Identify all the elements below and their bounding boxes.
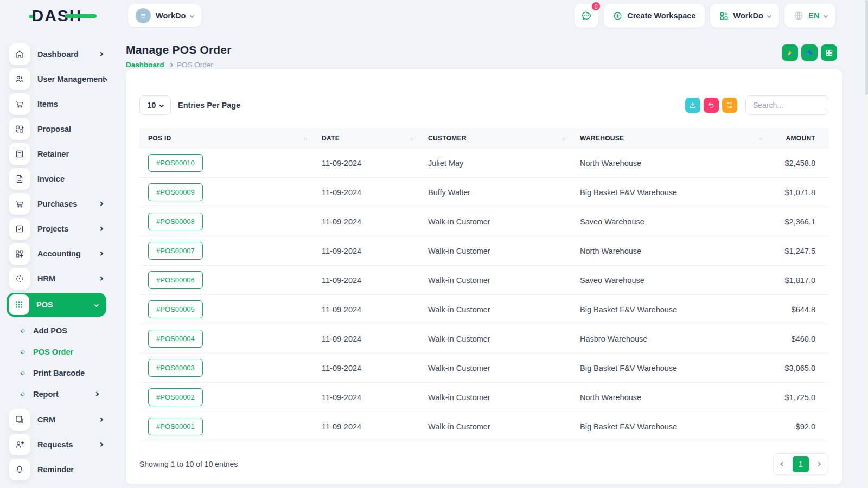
bell-icon [9,459,30,480]
sidebar-item-items[interactable]: Items [9,93,114,115]
warehouse-name: Saveo Warehouse [571,217,769,226]
warehouse-name: Big Basket F&V Warehouse [571,364,769,373]
sidebar-subitem-print-barcode[interactable]: Print Barcode [9,362,114,383]
sidebar-item-hrm[interactable]: HRM [9,268,114,290]
pos-order-card: 10 Entries Per Page [126,69,842,484]
page-number-button[interactable]: 1 [793,456,809,472]
users-icon [9,68,30,90]
chevron-right-icon [98,252,103,256]
pos-id-button[interactable]: #POS00008 [148,213,203,230]
sidebar-subitem-add-pos[interactable]: Add POS [9,320,114,341]
customer-name: Walk-in Customer [419,364,571,373]
customer-name: Juliet May [419,159,571,168]
chevron-right-icon [94,392,98,396]
onedrive-icon [805,48,814,57]
sidebar-item-invoice[interactable]: Invoice [9,168,114,190]
scrollbar-thumb[interactable] [865,0,868,95]
table-row: #POS00003 11-09-2024 Walk-in Customer Bi… [139,354,828,383]
pos-id-button[interactable]: #POS00007 [148,242,203,260]
sidebar-item-reminder[interactable]: Reminder [9,459,114,480]
pos-id-button[interactable]: #POS00010 [148,154,203,172]
pos-id-button[interactable]: #POS00004 [148,330,203,348]
pos-id-button[interactable]: #POS00006 [148,271,203,289]
sidebar-item-accounting[interactable]: Accounting [9,243,114,265]
pos-id-button[interactable]: #POS00001 [148,418,203,435]
customer-name: Buffy Walter [419,188,571,197]
user-plus-icon [9,434,30,455]
dots-grid-icon [9,294,29,315]
sidebar-item-proposal[interactable]: Proposal [9,118,114,140]
sidebar-item-requests[interactable]: Requests [9,434,114,455]
chevron-right-icon [98,442,103,447]
language-selector[interactable]: EN [784,4,835,28]
reset-button[interactable] [704,98,719,113]
google-drive-button[interactable] [782,44,798,61]
sidebar-item-projects[interactable]: Projects [9,218,114,240]
column-header-pos-id[interactable]: POS ID↑↓ [139,134,313,142]
order-date: 11-09-2024 [313,276,419,285]
chevron-right-icon [98,418,103,422]
app-logo[interactable]: DASH [31,7,82,25]
table-row: #POS00007 11-09-2024 Walk-in Customer No… [139,236,828,266]
next-page-button[interactable] [812,456,826,472]
target-icon [9,268,30,290]
pos-id-button[interactable]: #POS00002 [148,388,203,406]
table-body: #POS00010 11-09-2024 Juliet May North Wa… [139,149,828,441]
order-amount: $1,817.0 [769,276,828,285]
table-row: #POS00009 11-09-2024 Buffy Walter Big Ba… [139,178,828,207]
sidebar-subitem-report[interactable]: Report [9,383,114,404]
sort-icon: ↑↓ [759,136,762,142]
workspace-dropdown-label: WorkDo [733,11,763,20]
customer-name: Walk-in Customer [419,276,571,285]
onedrive-button[interactable] [801,44,818,61]
search-input[interactable] [745,95,828,115]
workspace-dropdown[interactable]: WorkDo [710,4,780,28]
order-date: 11-09-2024 [313,422,419,431]
sort-icon: ↑↓ [561,136,565,142]
order-amount: $92.0 [769,422,828,431]
page-size-select[interactable]: 10 [139,95,171,115]
customer-name: Walk-in Customer [419,393,571,402]
refresh-icon [726,101,733,109]
home-icon [9,43,30,65]
chevron-right-icon [98,277,103,281]
sidebar-item-dashboard[interactable]: Dashboard [9,43,114,65]
sidebar-item-purchases[interactable]: Purchases [9,193,114,215]
pos-id-button[interactable]: #POS00009 [148,183,203,201]
sidebar-subitem-pos-order[interactable]: POS Order [9,341,114,362]
sidebar-item-crm[interactable]: CRM [9,409,114,431]
column-header-amount[interactable]: AMOUNT [769,134,828,142]
page-scrollbar[interactable] [865,0,868,488]
pos-id-button[interactable]: #POS00005 [148,300,203,318]
pos-id-button[interactable]: #POS00003 [148,359,203,377]
previous-page-button[interactable] [776,456,790,472]
google-drive-icon [786,48,794,57]
workspace-avatar [136,8,151,23]
column-header-warehouse[interactable]: WAREHOUSE↑↓ [571,134,769,142]
warehouse-name: Big Basket F&V Warehouse [571,188,769,197]
chevron-right-icon [98,52,103,56]
sidebar-item-pos[interactable]: POS [7,293,106,317]
create-workspace-button[interactable]: Create Workspace [604,4,704,28]
message-count-badge: 0 [591,1,601,11]
grid-view-button[interactable] [821,44,837,61]
column-header-customer[interactable]: CUSTOMER↑↓ [419,134,571,142]
showing-entries-text: Showing 1 to 10 of 10 entries [139,460,238,468]
breadcrumb-dashboard-link[interactable]: Dashboard [126,61,164,69]
chevron-down-icon [767,14,771,18]
bullet-icon [20,370,25,376]
sidebar-item-retainer[interactable]: Retainer [9,143,114,165]
column-header-date[interactable]: DATE↑↓ [313,134,419,142]
table-header: POS ID↑↓ DATE↑↓ CUSTOMER↑↓ WAREHOUSE↑↓ A… [139,128,828,149]
table-row: #POS00010 11-09-2024 Juliet May North Wa… [139,149,828,178]
export-button[interactable] [685,98,700,113]
document-icon [9,168,30,190]
order-date: 11-09-2024 [313,364,419,373]
table-row: #POS00008 11-09-2024 Walk-in Customer Sa… [139,207,828,236]
refresh-button[interactable] [722,98,737,113]
workspace-switcher[interactable]: WorkDo [128,4,201,27]
sidebar-item-user-management[interactable]: User Management [9,68,114,90]
logo-accent-dot [29,15,33,18]
messages-button[interactable]: 0 [575,4,598,28]
sort-icon: ↑↓ [303,136,307,142]
